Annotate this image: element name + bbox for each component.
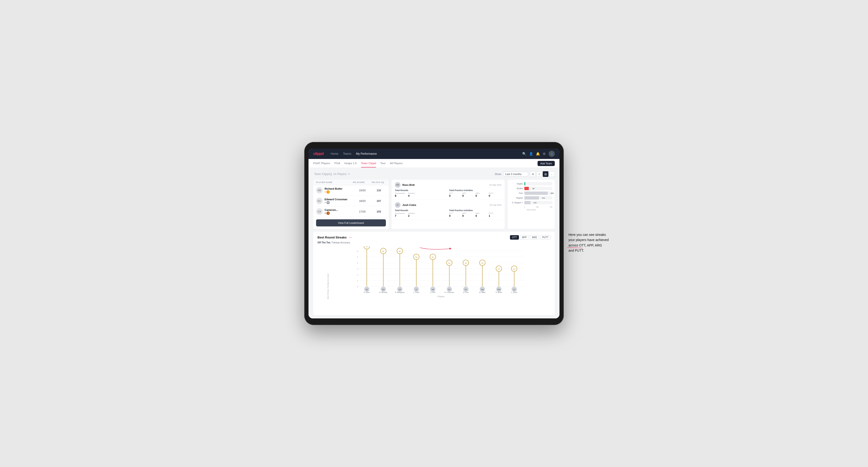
svg-text:E. Ebert: E. Ebert (364, 291, 370, 293)
avatar[interactable]: 👤 (549, 151, 555, 157)
user-icon[interactable]: 👤 (529, 152, 533, 156)
chart-view-button[interactable]: ↓ (549, 171, 555, 177)
bell-icon[interactable]: 🔔 (536, 152, 540, 156)
putt-filter-button[interactable]: PUTT (540, 235, 551, 240)
stat-group-title: Total Rounds (395, 209, 447, 212)
svg-text:D. Billingham: D. Billingham (395, 291, 404, 293)
svg-text:M. Miller: M. Miller (479, 291, 486, 293)
svg-text:RBu: RBu (497, 289, 500, 290)
add-team-button[interactable]: Add Team (537, 161, 555, 166)
table-row[interactable]: RB Richard Butler ♥ 1 19/20 (313, 185, 389, 196)
bar-value: 131 (533, 201, 536, 204)
practice-activities-group: Total Practice Activities OTT 0 APP (449, 209, 501, 217)
tournament-label: Tournament (395, 192, 408, 194)
team-header: Team Clippd | 14 Players ✎ Show Last 3 m… (313, 171, 555, 177)
streaks-header: Best Round Streaks ← OTT APP ARG PUTT (317, 235, 551, 240)
svg-text:4x: 4x (482, 262, 484, 264)
arg-label: ARG (475, 212, 488, 214)
app-value: 0 (462, 194, 475, 197)
list-view-button[interactable]: ≡ (536, 171, 542, 177)
nav-my-performance[interactable]: My Performance (356, 151, 377, 156)
nav-home[interactable]: Home (331, 151, 338, 156)
subnav-all-players[interactable]: All Players (390, 159, 403, 167)
card-stats: Total Rounds Tournament 8 Practice (395, 189, 501, 197)
subnav-pga[interactable]: PGA (335, 159, 340, 167)
svg-text:3x: 3x (513, 268, 516, 270)
bar-row: Birdies 96 (510, 187, 552, 190)
total-rounds-group: Total Rounds Tournament 8 Practice (395, 189, 447, 197)
bar-label: Bogeys (510, 197, 523, 199)
arrow-icon: ← (349, 235, 353, 240)
total-rounds-group: Total Rounds Tournament 7 Practice (395, 209, 447, 217)
svg-text:R. Butler: R. Butler (496, 291, 502, 293)
time-period-select[interactable]: Last 3 months Last 6 months Last 12 mont… (503, 172, 528, 177)
svg-text:DB: DB (399, 289, 401, 290)
bar-fill: 131 (524, 201, 530, 204)
svg-text:4x: 4x (448, 262, 451, 264)
putt-value: 1 (489, 214, 501, 217)
card-header: JC Josh Coles 26 Aug 2023 (395, 202, 501, 208)
svg-text:C. Quick: C. Quick (511, 291, 518, 293)
svg-text:3x: 3x (498, 268, 500, 270)
player-info: EC Edward Crossman ♥ 2 (316, 198, 353, 204)
svg-text:EB: EB (366, 289, 368, 290)
subnav-team-clippd[interactable]: Team Clippd (361, 159, 376, 167)
ott-filter-button[interactable]: OTT (510, 235, 519, 240)
player-card: RB Rees Britt 02 Sep 2023 Total Rounds (392, 180, 505, 200)
view-full-leaderboard-button[interactable]: View Full Leaderboard (316, 219, 386, 226)
settings-icon[interactable]: ⚙ (543, 152, 546, 156)
svg-text:E. Crossman: E. Crossman (445, 291, 454, 293)
pb-score: 19/20 (353, 189, 372, 192)
x-axis-label: 400 (550, 206, 552, 208)
svg-text:3: 3 (357, 268, 358, 270)
nav-actions: 🔍 👤 🔔 ⚙ 👤 (522, 151, 555, 157)
search-icon[interactable]: 🔍 (522, 152, 526, 156)
ott-label: OTT (449, 192, 462, 194)
table-row[interactable]: CA Cameron... ♥ 3 17/20 103 (313, 206, 389, 217)
pb-score: 17/20 (353, 210, 372, 213)
putt-label: PUTT (489, 192, 501, 194)
svg-text:1: 1 (357, 280, 358, 282)
card-view-button[interactable]: ▤ (543, 171, 549, 177)
pb-avg: 103 (372, 210, 386, 213)
bar-value: 311 (542, 197, 545, 199)
app-label: APP (462, 192, 475, 194)
svg-text:6: 6 (357, 250, 358, 252)
lb-header: PLAYER NAME PB SCORE PB AVG SQ (313, 180, 389, 185)
practice-label: Practice (408, 192, 421, 194)
subnav-tour[interactable]: Tour (380, 159, 385, 167)
y-axis-label: Best Streak, Fairway Accuracy (327, 274, 329, 299)
arg-value: 0 (475, 194, 488, 197)
silver-heart-icon: ♥ (324, 201, 326, 204)
tournament-value: 7 (395, 214, 408, 217)
leaderboard-panel: PLAYER NAME PB SCORE PB AVG SQ RB Richar… (313, 180, 389, 229)
subnav-hcaps[interactable]: Hcaps 1-5 (344, 159, 356, 167)
tablet-frame: clippd Home Teams My Performance 🔍 👤 🔔 ⚙… (304, 142, 564, 325)
bar-track: 3 (524, 182, 552, 185)
stat-group-title: Total Practice Activities (449, 209, 501, 212)
table-row[interactable]: EC Edward Crossman ♥ 2 18/20 (313, 196, 389, 206)
bar-value: 499 (551, 192, 554, 194)
edit-icon[interactable]: ✎ (348, 173, 350, 176)
pb-score-col-header: PB SCORE (353, 181, 372, 184)
subnav-pgat[interactable]: PGAT Players (313, 159, 330, 167)
bar-fill: 499 (524, 191, 548, 195)
bar-label: Birdies (510, 187, 523, 190)
player-info: RB Richard Butler ♥ 1 (316, 187, 353, 194)
tablet-screen: clippd Home Teams My Performance 🔍 👤 🔔 ⚙… (309, 149, 559, 318)
practice-activities-group: Total Practice Activities OTT 0 APP (449, 189, 501, 197)
nav-teams[interactable]: Teams (343, 151, 351, 156)
app-filter-button[interactable]: APP (520, 235, 529, 240)
player-card: JC Josh Coles 26 Aug 2023 Total Rounds (392, 200, 505, 220)
rank-badge: 1 (327, 190, 330, 194)
card-player-info: JC Josh Coles (395, 202, 416, 208)
annotation-text: Here you can see streaks your players ha… (568, 232, 632, 253)
cards-panel: RB Rees Britt 02 Sep 2023 Total Rounds (392, 180, 505, 229)
grid-view-button[interactable]: ⊞ (530, 171, 536, 177)
card-header: RB Rees Britt 02 Sep 2023 (395, 182, 501, 188)
gold-heart-icon: ♥ (324, 191, 326, 193)
card-player-info: RB Rees Britt (395, 182, 415, 188)
player-name: Cameron... (324, 209, 338, 211)
chart-x-label: Total Shots (510, 209, 552, 211)
arg-filter-button[interactable]: ARG (530, 235, 539, 240)
